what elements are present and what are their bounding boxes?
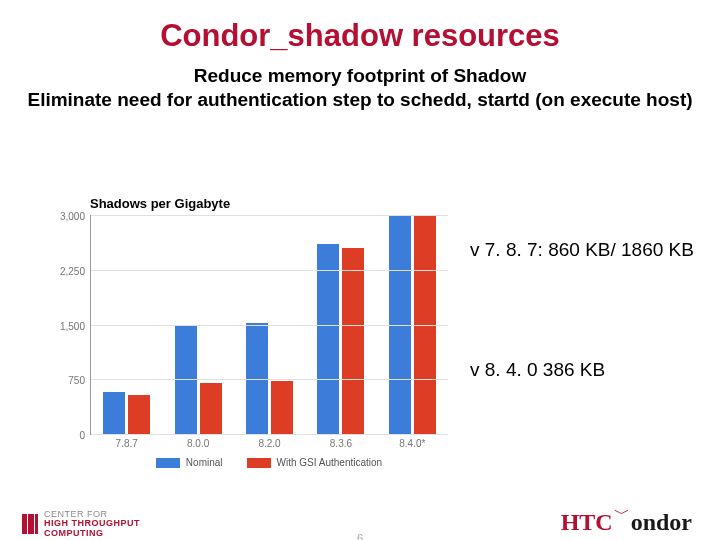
chart-legend-swatch	[156, 458, 180, 468]
chart-ytick: 3,000	[60, 211, 91, 222]
chart-ytick: 2,250	[60, 265, 91, 276]
chart-bar	[103, 392, 125, 434]
logo-chtc: CENTER FOR HIGH THROUGHPUT COMPUTING	[22, 510, 140, 538]
logo-chtc-mark	[22, 514, 38, 534]
chart-xtick: 8.4.0*	[377, 434, 448, 449]
chart-gridline: 750	[91, 379, 448, 380]
slide-title: Condor_shadow resources	[0, 18, 720, 54]
logo-htcondor: HTC﹀ondor	[561, 509, 692, 536]
chart-legend-item: With GSI Authentication	[247, 457, 383, 468]
annotation-v787: v 7. 8. 7: 860 KB/ 1860 KB	[470, 238, 694, 262]
chart-ytick: 750	[68, 375, 91, 386]
chart-bar	[200, 383, 222, 434]
chart-legend: NominalWith GSI Authentication	[90, 457, 448, 468]
slide-subtitle: Reduce memory footprint of ShadowElimina…	[24, 64, 696, 112]
chart-legend-swatch	[247, 458, 271, 468]
chart-xtick: 8.2.0	[234, 434, 305, 449]
bird-icon: ﹀	[614, 504, 630, 525]
chart-bar	[128, 395, 150, 434]
chart-ytick: 0	[79, 430, 91, 441]
chart: Shadows per Gigabyte 7.8.78.0.08.2.08.3.…	[48, 196, 448, 466]
logo-chtc-text: CENTER FOR HIGH THROUGHPUT COMPUTING	[44, 510, 140, 538]
logo-htcondor-ht: HTC	[561, 509, 613, 536]
logo-chtc-line3: COMPUTING	[44, 529, 140, 538]
chart-ytick: 1,500	[60, 320, 91, 331]
chart-xtick: 7.8.7	[91, 434, 162, 449]
logo-htcondor-rest: ondor	[631, 509, 692, 536]
annotation-v840: v 8. 4. 0 386 KB	[470, 358, 605, 382]
slide: Condor_shadow resources Reduce memory fo…	[0, 18, 720, 540]
chart-gridline: 3,000	[91, 215, 448, 216]
chart-xtick: 8.3.6	[305, 434, 376, 449]
chart-legend-item: Nominal	[156, 457, 223, 468]
chart-plot-inner: 7.8.78.0.08.2.08.3.68.4.0* 07501,5002,25…	[90, 215, 448, 435]
chart-xtick: 8.0.0	[162, 434, 233, 449]
chart-gridline: 2,250	[91, 270, 448, 271]
chart-bar	[317, 244, 339, 434]
chart-gridline: 0	[91, 434, 448, 435]
chart-bar	[271, 381, 293, 434]
chart-title: Shadows per Gigabyte	[90, 196, 448, 211]
chart-bar	[342, 248, 364, 434]
chart-plot: 7.8.78.0.08.2.08.3.68.4.0* 07501,5002,25…	[90, 215, 448, 435]
chart-gridline: 1,500	[91, 325, 448, 326]
